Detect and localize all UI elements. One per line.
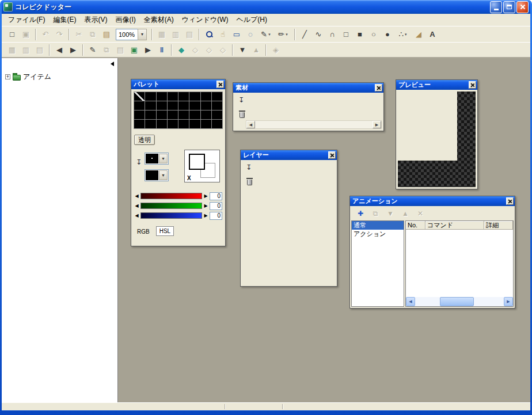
color-swatch[interactable] xyxy=(134,111,145,120)
text-tool-button[interactable]: A xyxy=(425,28,439,41)
tile-vertical-button[interactable]: ▤ xyxy=(33,44,47,56)
play-button[interactable]: ▶ xyxy=(141,44,155,56)
blue-slider-bar[interactable] xyxy=(140,212,202,219)
material-scrollbar[interactable]: ◀ ▶ xyxy=(246,120,382,129)
ellipse-tool-button[interactable]: ○ xyxy=(367,28,381,41)
minimize-button[interactable] xyxy=(490,1,502,13)
color-swatch[interactable] xyxy=(189,92,200,101)
brush-tool-button[interactable]: ✏▼ xyxy=(275,28,292,41)
color-swatch[interactable] xyxy=(168,101,178,111)
hand-tool-button[interactable]: ☝ xyxy=(216,28,230,41)
menu-edit[interactable]: 編集(E) xyxy=(49,14,80,26)
color-swatch[interactable] xyxy=(134,101,145,111)
material-titlebar[interactable]: 素材 xyxy=(233,83,383,93)
color-swatch[interactable] xyxy=(157,111,168,120)
column-no[interactable]: No. xyxy=(406,221,425,230)
close-button[interactable] xyxy=(516,1,529,13)
color-swatch[interactable] xyxy=(157,101,168,111)
increase-button[interactable]: ▶ xyxy=(203,193,208,199)
decrease-button[interactable]: ◀ xyxy=(134,213,139,218)
menu-window[interactable]: ウィンドウ(W) xyxy=(178,14,233,26)
keyframe-remove-button[interactable]: ◇ xyxy=(202,44,216,56)
scroll-left-button[interactable]: ◀ xyxy=(406,297,415,306)
color-swatch[interactable] xyxy=(157,92,168,101)
color-swatch[interactable] xyxy=(145,111,156,120)
red-value-field[interactable]: 0 xyxy=(210,192,222,200)
color-swatch[interactable] xyxy=(145,92,156,101)
tile-horizontal-button[interactable]: ▥ xyxy=(19,44,33,56)
collapse-panel-button[interactable] xyxy=(109,61,115,67)
color-swatch[interactable] xyxy=(201,111,212,120)
fg-bg-switcher[interactable]: X xyxy=(184,150,220,182)
delete-material-button[interactable] xyxy=(237,110,247,120)
paste-button[interactable]: ▤ xyxy=(100,28,113,41)
palette-color-grid[interactable] xyxy=(134,92,223,129)
zoom-combobox[interactable]: 100% ▼ xyxy=(116,29,147,40)
animation-titlebar[interactable]: アニメーション xyxy=(350,196,515,206)
move-command-up-button[interactable]: ▲ xyxy=(400,208,411,219)
close-button[interactable] xyxy=(469,81,476,89)
preview-titlebar[interactable]: プレビュー xyxy=(396,80,477,90)
scroll-right-button[interactable]: ▶ xyxy=(373,121,381,128)
tile-view-button[interactable]: ▦ xyxy=(5,44,19,56)
new-file-button[interactable]: □ xyxy=(5,28,19,41)
color-swatch[interactable] xyxy=(145,101,156,111)
select-lasso-button[interactable]: ◌ xyxy=(244,28,257,41)
close-button[interactable] xyxy=(506,197,514,205)
zoom-tool-button[interactable] xyxy=(202,28,216,41)
column-command[interactable]: コマンド xyxy=(425,221,484,230)
select-rect-button[interactable]: ▭ xyxy=(230,28,244,41)
menu-view[interactable]: 表示(V) xyxy=(80,14,111,26)
pick-color-button[interactable]: ↧ xyxy=(134,158,143,167)
redo-button[interactable]: ↷ xyxy=(52,28,66,41)
keyframe-clear-button[interactable]: ◇ xyxy=(216,44,230,56)
color-swatch[interactable] xyxy=(212,111,223,120)
layer-titlebar[interactable]: レイヤー xyxy=(241,150,337,160)
frame-edit-button[interactable]: ✎ xyxy=(86,44,100,56)
green-value-field[interactable]: 0 xyxy=(210,202,222,210)
frame-copy-button[interactable]: ⧉ xyxy=(100,44,113,56)
color-swatch[interactable] xyxy=(201,120,212,129)
curve-tool-button[interactable]: ∩ xyxy=(325,28,339,41)
keyframe-button[interactable]: ◆ xyxy=(174,44,188,56)
increase-button[interactable]: ▶ xyxy=(203,213,208,218)
color-swatch[interactable] xyxy=(157,120,168,129)
close-button[interactable] xyxy=(328,151,336,159)
delete-command-button[interactable]: ✕ xyxy=(415,208,426,219)
menu-file[interactable]: ファイル(F) xyxy=(4,14,49,26)
red-slider-bar[interactable] xyxy=(140,193,202,199)
tree-item-items[interactable]: + アイテム xyxy=(2,58,117,82)
chevron-down-icon[interactable]: ▼ xyxy=(159,154,168,163)
color-swatch[interactable] xyxy=(189,120,200,129)
background-color-dropdown[interactable]: ▼ xyxy=(145,169,169,181)
animation-scrollbar[interactable]: ◀ ▶ xyxy=(406,297,513,306)
color-swatch[interactable] xyxy=(168,111,178,120)
frame-paste-button[interactable]: ▤ xyxy=(113,44,127,56)
close-button[interactable] xyxy=(375,84,382,92)
pen-tool-button[interactable]: ✎▼ xyxy=(257,28,275,41)
keyframe-add-button[interactable]: ◇ xyxy=(188,44,202,56)
grid-medium-button[interactable]: ▥ xyxy=(169,28,183,41)
import-material-button[interactable]: ↧ xyxy=(236,95,246,105)
scrollbar-track[interactable] xyxy=(255,121,373,128)
color-swatch[interactable] xyxy=(178,120,189,129)
menu-materials[interactable]: 全素材(A) xyxy=(140,14,178,26)
foreground-color-dropdown[interactable]: ▼ xyxy=(145,153,169,165)
add-command-button[interactable]: ✚ xyxy=(355,208,366,219)
color-swatch[interactable] xyxy=(212,92,223,101)
close-button[interactable] xyxy=(216,81,224,88)
scroll-right-button[interactable]: ▶ xyxy=(504,297,513,306)
grid-small-button[interactable]: ▦ xyxy=(155,28,169,41)
decrease-button[interactable]: ◀ xyxy=(134,203,139,208)
expander-button[interactable]: + xyxy=(5,74,10,79)
color-swatch[interactable] xyxy=(189,101,200,111)
add-layer-button[interactable]: ↧ xyxy=(244,162,254,173)
move-down-button[interactable]: ▼ xyxy=(235,44,249,56)
color-swatch[interactable] xyxy=(201,101,212,111)
copy-button[interactable]: ⧉ xyxy=(86,28,100,41)
color-swatch[interactable] xyxy=(178,92,189,101)
palette-titlebar[interactable]: パレット xyxy=(131,79,225,89)
next-frame-button[interactable]: ▶ xyxy=(66,44,80,56)
zoom-value[interactable]: 100% xyxy=(116,29,138,40)
list-item-action[interactable]: アクション xyxy=(352,230,404,238)
